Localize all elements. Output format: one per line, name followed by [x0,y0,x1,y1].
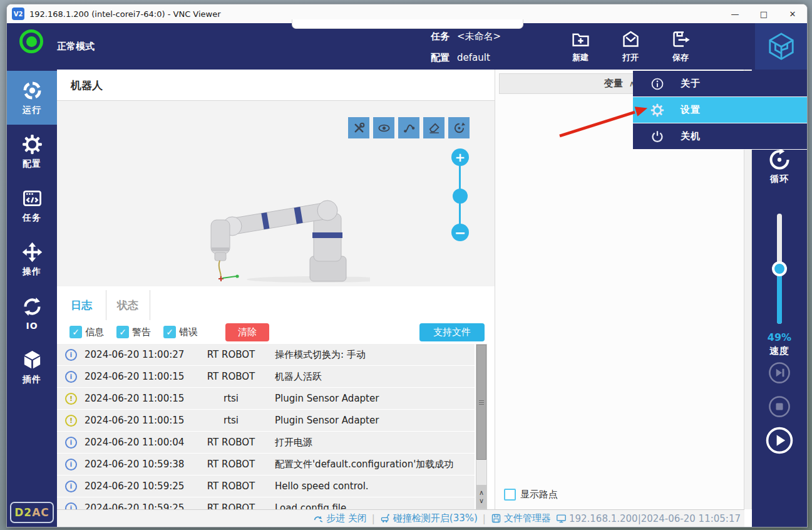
sidebar-item-operate[interactable]: 操作 [7,232,57,286]
log-list[interactable]: i2024-06-20 11:00:27RT ROBOT操作模式切换为: 手动 … [57,344,475,509]
menu-item-settings[interactable]: 设置 [633,97,807,123]
speed-slider-handle[interactable] [772,261,787,276]
minimize-button[interactable]: — [721,4,749,23]
robot-view-toolbar [348,117,470,138]
scroll-down-icon[interactable]: ∨ [479,497,484,505]
log-row[interactable]: !2024-06-20 11:00:15rtsiPlugin Sensor Ad… [57,410,475,431]
log-level-icon: i [65,349,77,361]
robot-panel-title: 机器人 [57,70,495,101]
tools-button[interactable] [348,117,369,138]
log-level-icon: i [65,371,77,383]
code-window-icon [22,188,43,209]
show-waypoints-toggle[interactable]: 显示路点 [504,489,558,501]
skip-next-icon [768,361,791,384]
filter-info[interactable]: ✓ 信息 [69,326,104,338]
log-row[interactable]: i2024-06-20 11:00:27RT ROBOT操作模式切换为: 手动 [57,344,475,365]
d2ac-badge[interactable]: D2AC [10,502,54,523]
reset-view-button[interactable] [448,117,470,138]
step-mode-status[interactable]: 步进 关闭 [313,512,367,524]
robot-3d-view[interactable]: + − [57,101,495,286]
zoom-slider-handle[interactable] [453,189,468,204]
sidebar-item-run[interactable]: 运行 [7,71,57,125]
io-sync-icon [22,296,43,317]
filter-error[interactable]: ✓ 错误 [163,326,198,338]
monitor-icon [556,513,567,524]
file-manager-button[interactable]: 文件管理器 [491,512,551,524]
path-button[interactable] [398,117,419,138]
reset-view-icon [453,122,466,135]
log-level-icon: ! [65,415,77,427]
save-task-button[interactable]: 保存 [660,26,701,67]
stop-button[interactable] [768,395,791,418]
sidebar-item-io[interactable]: IO [7,286,57,340]
info-icon [650,77,664,91]
tab-status[interactable]: 状态 [106,290,150,320]
clear-log-button[interactable]: 清除 [225,323,269,341]
sidebar-item-plugin[interactable]: 插件 [7,340,57,394]
checkbox-checked-icon[interactable]: ✓ [69,326,82,338]
scrollbar-thumb[interactable] [476,345,486,460]
menu-item-about[interactable]: 关于 [633,71,807,96]
power-icon [650,130,664,143]
app-header: 正常模式 任务<未命名> 配置default 新建 打开 保存 [7,23,807,70]
collision-icon [380,513,391,524]
close-button[interactable]: ✕ [778,4,807,23]
scroll-up-icon[interactable]: ∧ [479,489,484,497]
menu-item-shutdown[interactable]: 关机 [633,123,807,149]
gear-icon [650,103,664,117]
run-target-icon [22,80,43,101]
filter-warning[interactable]: ✓ 警告 [116,326,151,338]
checkbox-checked-icon[interactable]: ✓ [116,326,129,338]
gear-icon [22,134,43,155]
brand-cube-icon [767,32,796,61]
log-level-icon: ! [65,393,77,405]
play-button[interactable] [766,427,793,454]
left-sidebar: 运行 配置 任务 操作 IO 插件 D2AC [7,70,57,527]
loop-mode-button[interactable]: 循环 [752,148,807,185]
main-panel: 机器人 + − [57,70,495,509]
sidebar-item-config[interactable]: 配置 [7,125,57,179]
vnc-toolbar-tab[interactable] [292,19,523,29]
speed-label: 速度 [752,345,807,357]
log-row[interactable]: i2024-06-20 11:00:15RT ROBOT机器人活跃 [57,366,475,387]
log-row[interactable]: i2024-06-20 11:00:04RT ROBOT打开电源 [57,432,475,453]
checkbox-unchecked-icon[interactable] [504,489,516,501]
step-next-button[interactable] [768,361,791,384]
zoom-out-button[interactable]: − [451,224,469,241]
support-file-button[interactable]: 支持文件 [419,323,485,341]
log-row[interactable]: i2024-06-20 10:59:38RT ROBOT配置文件'default… [57,454,475,475]
tab-log[interactable]: 日志 [57,290,106,320]
zoom-in-button[interactable]: + [451,148,469,166]
mode-indicator-icon [19,29,43,53]
app-menu-button[interactable] [755,23,807,70]
log-row[interactable]: i2024-06-20 10:59:25RT ROBOTHello speed … [57,475,475,497]
eraser-icon [428,122,441,135]
sidebar-item-task[interactable]: 任务 [7,179,57,232]
scrollbar-buttons[interactable]: ∧ ∨ [476,485,486,509]
log-tabs-row: 日志 状态 [57,290,495,321]
new-task-button[interactable]: 新建 [560,26,601,67]
checkbox-checked-icon[interactable]: ✓ [163,326,176,338]
maximize-button[interactable]: □ [749,4,778,23]
stop-icon [768,395,791,418]
log-row[interactable]: i2024-06-20 10:59:25RT ROBOTLoad config … [57,497,475,509]
log-level-icon: i [65,459,77,470]
collision-detection-status[interactable]: 碰撞检测开启(33%) [380,512,478,524]
path-icon [403,122,416,135]
speed-slider-fill [777,269,782,324]
move-arrows-icon [22,242,43,262]
task-row: 任务<未命名> [431,31,501,43]
log-row[interactable]: !2024-06-20 11:00:15rtsiPlugin Sensor Ad… [57,388,475,409]
floppy-icon [491,513,501,524]
robot-arm-model [182,182,370,286]
vnc-app-icon: V2 [12,8,24,20]
window-title: 192.168.1.200 (intel-corei7-64:0) - VNC … [29,9,221,19]
visibility-button[interactable] [373,117,394,138]
open-task-button[interactable]: 打开 [610,26,651,67]
desktop: V2 192.168.1.200 (intel-corei7-64:0) - V… [0,0,812,530]
config-value: default [457,52,490,63]
erase-button[interactable] [423,117,445,138]
task-label: 任务 [431,31,450,42]
save-file-icon [671,29,691,49]
log-scrollbar[interactable]: ∧ ∨ [476,344,487,509]
